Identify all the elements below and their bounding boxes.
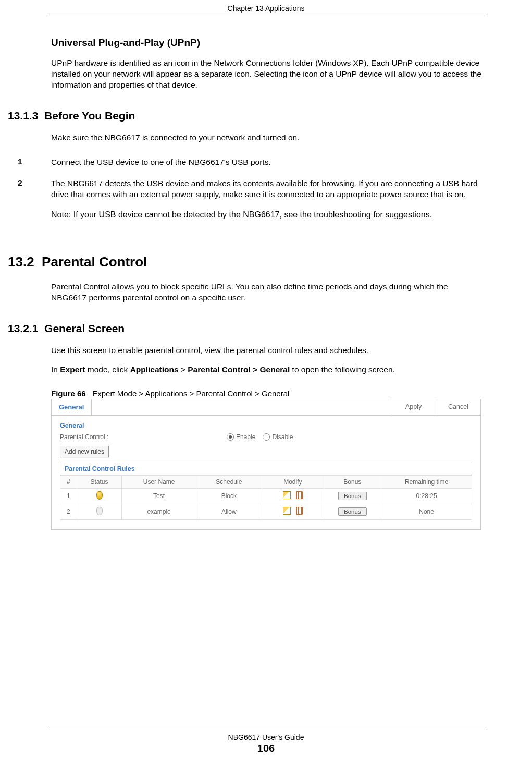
cell-status[interactable]: [77, 488, 122, 504]
col-schedule: Schedule: [196, 475, 262, 488]
section-13-1-3-heading: 13.1.3 Before You Begin: [8, 110, 485, 122]
cell-schedule: Allow: [196, 504, 262, 519]
general-screen-p1: Use this screen to enable parental contr…: [51, 345, 485, 356]
figure-66: General Apply Cancel General Parental Co…: [51, 399, 481, 530]
section-number: 13.2.1: [8, 322, 38, 334]
step-2-body: The NBG6617 detects the USB device and m…: [51, 178, 485, 200]
cell-modify: [262, 504, 324, 519]
step-number: 2: [18, 178, 51, 226]
edit-icon[interactable]: [283, 491, 291, 499]
parental-control-row: Parental Control : Enable Disable: [60, 431, 472, 446]
page-footer: NBG6617 User's Guide 106: [0, 730, 532, 755]
edit-icon[interactable]: [283, 507, 291, 515]
col-remaining: Remaining time: [381, 475, 472, 488]
cell-user: example: [122, 504, 196, 519]
radio-dot-icon: [227, 433, 234, 441]
text: In: [51, 365, 60, 374]
table-row: 2 example Allow Bonus None: [60, 504, 472, 519]
radio-dot-icon: [263, 433, 270, 441]
figure-tabbar: General Apply Cancel: [52, 399, 480, 416]
delete-icon[interactable]: [296, 491, 303, 499]
parental-control-label: Parental Control :: [60, 433, 227, 441]
figure-label: Figure 66: [51, 389, 86, 398]
step-text: Connect the USB device to one of the NBG…: [51, 157, 271, 168]
cell-remaining: 0:28:25: [381, 488, 472, 504]
cell-index: 2: [60, 504, 77, 519]
col-user: User Name: [122, 475, 196, 488]
step-item: 2 The NBG6617 detects the USB device and…: [18, 178, 485, 226]
col-status: Status: [77, 475, 122, 488]
radio-label: Enable: [236, 433, 255, 441]
text: mode, click: [85, 365, 130, 374]
table-header-row: # Status User Name Schedule Modify Bonus…: [60, 475, 472, 488]
rules-table: # Status User Name Schedule Modify Bonus…: [60, 475, 472, 520]
parental-control-body: Parental Control allows you to block spe…: [51, 282, 485, 304]
section-number: 13.2: [8, 254, 34, 270]
section-13-2-1-heading: 13.2.1 General Screen: [8, 322, 485, 335]
page-number: 106: [0, 743, 532, 755]
col-modify: Modify: [262, 475, 324, 488]
delete-icon[interactable]: [296, 507, 303, 515]
general-section-title: General: [60, 420, 472, 431]
step-text: The NBG6617 detects the USB device and m…: [51, 178, 485, 226]
bonus-button[interactable]: Bonus: [338, 492, 367, 500]
upnp-heading: Universal Plug-and-Play (UPnP): [51, 37, 485, 48]
text-bold: Expert: [60, 365, 85, 374]
col-bonus: Bonus: [324, 475, 381, 488]
add-new-rules-button[interactable]: Add new rules: [60, 446, 109, 457]
step-item: 1 Connect the USB device to one of the N…: [18, 157, 485, 168]
chapter-header: Chapter 13 Applications: [0, 0, 532, 16]
text-bold: Applications: [130, 365, 179, 374]
cell-schedule: Block: [196, 488, 262, 504]
section-title: Before You Begin: [44, 110, 135, 122]
footer-rule: [47, 730, 485, 730]
status-off-icon: [96, 507, 103, 515]
table-row: 1 Test Block Bonus 0:28:25: [60, 488, 472, 504]
figure-caption-text: Expert Mode > Applications > Parental Co…: [92, 389, 289, 398]
cell-bonus: Bonus: [324, 504, 381, 519]
tabbar-spacer: [92, 399, 391, 415]
figure-caption: Figure 66 Expert Mode > Applications > P…: [51, 389, 485, 398]
radio-enable[interactable]: Enable: [227, 433, 255, 441]
cell-bonus: Bonus: [324, 488, 381, 504]
step-number: 1: [18, 157, 51, 168]
upnp-body: UPnP hardware is identified as an icon i…: [51, 58, 485, 91]
section-title: Parental Control: [42, 254, 147, 270]
usb-note: Note: If your USB device cannot be detec…: [51, 209, 485, 221]
radio-label: Disable: [272, 433, 293, 441]
footer-guide: NBG6617 User's Guide: [0, 733, 532, 742]
section-13-2-heading: 13.2 Parental Control: [8, 254, 485, 270]
apply-button[interactable]: Apply: [391, 399, 436, 415]
header-rule: [47, 16, 485, 16]
steps-list: 1 Connect the USB device to one of the N…: [18, 157, 485, 226]
status-on-icon: [96, 491, 103, 500]
col-index: #: [60, 475, 77, 488]
general-screen-p2: In Expert mode, click Applications > Par…: [51, 365, 485, 375]
cancel-button[interactable]: Cancel: [436, 399, 480, 415]
before-you-begin-intro: Make sure the NBG6617 is connected to yo…: [51, 132, 485, 143]
cell-index: 1: [60, 488, 77, 504]
section-title: General Screen: [44, 322, 125, 334]
text: >: [179, 365, 188, 374]
cell-user: Test: [122, 488, 196, 504]
cell-remaining: None: [381, 504, 472, 519]
radio-disable[interactable]: Disable: [263, 433, 293, 441]
text-bold: Parental Control > General: [188, 365, 290, 374]
rules-section-title: Parental Control Rules: [60, 463, 472, 475]
bonus-button[interactable]: Bonus: [338, 507, 367, 516]
section-number: 13.1.3: [8, 110, 38, 122]
cell-modify: [262, 488, 324, 504]
tab-general[interactable]: General: [52, 399, 92, 415]
text: to open the following screen.: [290, 365, 395, 374]
cell-status[interactable]: [77, 504, 122, 519]
